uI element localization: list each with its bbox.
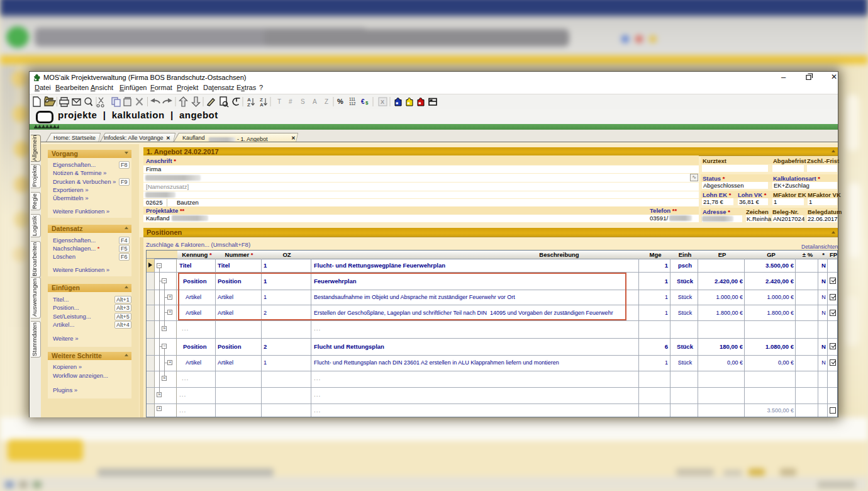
svg-text:S: S [301,98,305,105]
svg-text:A: A [260,102,264,108]
svg-text:$: $ [365,100,369,106]
svg-text:#: # [289,98,292,105]
svg-text:Z: Z [325,98,328,105]
svg-text:111: 111 [349,97,355,101]
svg-text:112: 112 [349,101,356,106]
svg-text:X: X [381,99,384,105]
svg-text:T: T [277,98,281,105]
svg-text:Z: Z [247,102,250,108]
svg-text:%: % [337,98,343,105]
svg-text:€: € [361,98,365,105]
svg-text:A: A [313,98,317,105]
